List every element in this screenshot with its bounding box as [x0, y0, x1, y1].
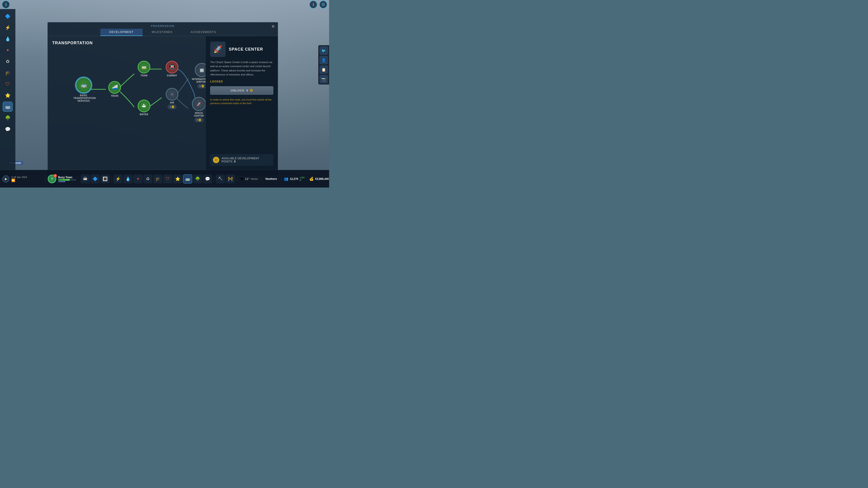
panel-title: PROGRESSION [48, 25, 278, 27]
fire-icon: 🛡 [5, 82, 10, 87]
panel-content: TRANSPORTATION [48, 36, 278, 171]
node-international-airport[interactable]: 🏢 INTERNATIONAL AIRPORT 8 ⬡ [192, 63, 206, 88]
population-delta: +284 /h [300, 176, 305, 182]
toolbar-icon-garbage[interactable]: ♻ [143, 174, 152, 184]
city-name-block: Busy Town [58, 176, 76, 182]
help-button[interactable]: ℹ [309, 0, 317, 8]
unlock-cost-icon: ⬡ [250, 89, 253, 92]
info-button[interactable]: ℹ [2, 0, 10, 8]
money-value: €3,986,440 [315, 177, 329, 181]
toolbar-icon-police[interactable]: ⭐ [173, 174, 182, 184]
population-stat: 👥 12,270 +284 /h [282, 176, 307, 182]
points-icon: ⬡ [213, 157, 219, 163]
toolbar-icon-water[interactable]: 💧 [123, 174, 132, 184]
node-water[interactable]: ⛴ WATER [138, 100, 150, 116]
tab-development[interactable]: DEVELOPMENT [100, 29, 143, 36]
water-icon: 💧 [5, 36, 11, 41]
progression-panel: PROGRESSION DEVELOPMENT MILESTONES ACHIE… [48, 22, 278, 176]
toolbar-icon-transport[interactable]: 🚌 [183, 174, 192, 184]
info-item-title: SPACE CENTER [229, 47, 263, 52]
node-basic-transportation[interactable]: 🚌 BASIC TRANSPORTATION SERVICES [73, 77, 94, 102]
node-space-center[interactable]: 🚀 SPACE CENTER 8 ⬡ [192, 97, 206, 122]
toolbar-icon-roads[interactable]: 🔷 [91, 174, 100, 184]
sidebar-item-roads[interactable]: 🔷 [3, 11, 13, 21]
toolbar-icon-landscape[interactable]: 🏔 [81, 174, 90, 184]
sidebar-item-education[interactable]: 🎓 [3, 68, 13, 78]
sidebar-item-water[interactable]: 💧 [3, 34, 13, 44]
xp-bar [58, 179, 76, 182]
chirp-button[interactable]: 🐦 [320, 46, 328, 55]
top-right-icons: ℹ ⚙ [309, 0, 327, 8]
camera-button[interactable]: 📷 [320, 75, 328, 83]
garbage-icon: ♻ [6, 59, 10, 64]
sidebar-item-health[interactable]: ✦ [3, 45, 13, 55]
right-panel-buttons: 🐦 👤 📋 📷 [318, 45, 329, 85]
weather-season: Winter [251, 177, 258, 180]
weather-icon: 🌧 [240, 177, 244, 181]
parks-icon: 🌳 [5, 115, 11, 121]
node-train[interactable]: 🚄 TRAIN [108, 81, 121, 97]
money-icon: 💰 [309, 177, 314, 181]
transport-icon: 🚌 [5, 104, 11, 109]
health-icon: ✦ [6, 47, 10, 53]
panel-tabs: DEVELOPMENT MILESTONES ACHIEVEMENTS [48, 29, 278, 36]
electricity-icon: ⚡ [5, 25, 11, 30]
bottom-bar: ▶ 5:28 Jan 2024 ⏩ 7 3 Busy Town 🏔 🔷 [0, 170, 329, 188]
sidebar-item-garbage[interactable]: ♻ [3, 57, 13, 66]
time-controls: ▶ 5:28 Jan 2024 ⏩ [0, 175, 45, 183]
sidebar-item-fire[interactable]: 🛡 [3, 79, 13, 89]
tab-milestones[interactable]: MILESTONES [143, 29, 182, 36]
settings-button[interactable]: ⚙ [319, 0, 327, 8]
play-button[interactable]: ▶ [2, 175, 9, 183]
left-sidebar: 🔷 ⚡ 💧 ✦ ♻ 🎓 🛡 ⭐ 🚌 🌳 💬 [0, 9, 16, 178]
sidebar-item-parks[interactable]: 🌳 [3, 113, 13, 123]
available-points: ⬡ AVAILABLE DEVELOPMENT POINTS: 3 [210, 154, 273, 166]
toolbar-icon-zones[interactable]: 🔳 [101, 174, 110, 184]
citizen-button[interactable]: 👤 [320, 56, 328, 64]
police-icon: ⭐ [5, 93, 11, 98]
close-button[interactable]: ✕ [271, 24, 275, 29]
info-header: 🚀 SPACE CENTER [210, 41, 273, 57]
panel-header: PROGRESSION DEVELOPMENT MILESTONES ACHIE… [48, 22, 278, 36]
toolbar-icon-bulldoze[interactable]: 🚧 [226, 174, 235, 184]
points-text: AVAILABLE DEVELOPMENT POINTS: 3 [221, 157, 271, 163]
sidebar-item-transport[interactable]: 🚌 [3, 102, 13, 111]
toolbar-icon-education[interactable]: 🎓 [153, 174, 162, 184]
unlock-button[interactable]: UNLOCK 8 ⬡ [210, 86, 273, 95]
population-icon: 👥 [284, 177, 288, 181]
stats-button[interactable]: 📋 [320, 66, 328, 74]
info-item-description: The ChirpX Space Center is both a space … [210, 60, 273, 77]
toolbar-icon-parks[interactable]: 🌳 [193, 174, 202, 184]
toolbar-icon-health[interactable]: ✦ [133, 174, 143, 184]
tree-canvas: 🚌 BASIC TRANSPORTATION SERVICES 🚄 TRAIN … [52, 48, 201, 138]
sidebar-item-communication[interactable]: 💬 [3, 124, 13, 134]
speed-button[interactable]: ⏩ [11, 178, 15, 182]
node-tram[interactable]: 🚃 TRAM [138, 61, 150, 77]
toolbar-icon-fire[interactable]: 🛡 [163, 174, 172, 184]
toolbar-icon-communication[interactable]: 💬 [203, 174, 212, 184]
node-air[interactable]: ✈ AIR 4 ⬡ [166, 88, 178, 109]
roads-icon: 🔷 [5, 13, 11, 19]
unlock-warning: In order to unlock this node, you must f… [210, 98, 273, 105]
location-info: Nowhere [261, 177, 282, 181]
time-display: 5:28 Jan 2024 ⏩ [11, 176, 27, 182]
city-level-badge: 7 3 [48, 175, 56, 183]
money-stat: 💰 €3,986,440 +32,413 /h [307, 176, 329, 182]
center-toolbar: 🏔 🔷 🔳 ⚡ 💧 ✦ ♻ 🎓 🛡 ⭐ 🚌 🌳 💬 ⛏ 🚧 [79, 174, 237, 184]
section-title: TRANSPORTATION [52, 41, 201, 45]
sidebar-item-police[interactable]: ⭐ [3, 90, 13, 100]
info-item-status: LOCKED [210, 80, 273, 83]
toolbar-icon-electricity[interactable]: ⚡ [114, 174, 123, 184]
population-value: 12,270 [290, 177, 298, 181]
communication-icon: 💬 [5, 127, 11, 132]
city-name: Busy Town [58, 176, 76, 179]
tab-achievements[interactable]: ACHIEVEMENTS [182, 29, 225, 36]
city-info: 7 3 Busy Town [45, 175, 79, 183]
education-icon: 🎓 [5, 70, 11, 75]
node-subway[interactable]: 🚇 SUBWAY [166, 61, 178, 77]
weather-info: 🌧 11° Winter [237, 177, 261, 181]
unlock-cost: 8 [246, 89, 248, 92]
toolbar-icon-demolish[interactable]: ⛏ [216, 174, 225, 184]
sidebar-item-electricity[interactable]: ⚡ [3, 23, 13, 33]
unlock-label: UNLOCK [231, 89, 245, 92]
